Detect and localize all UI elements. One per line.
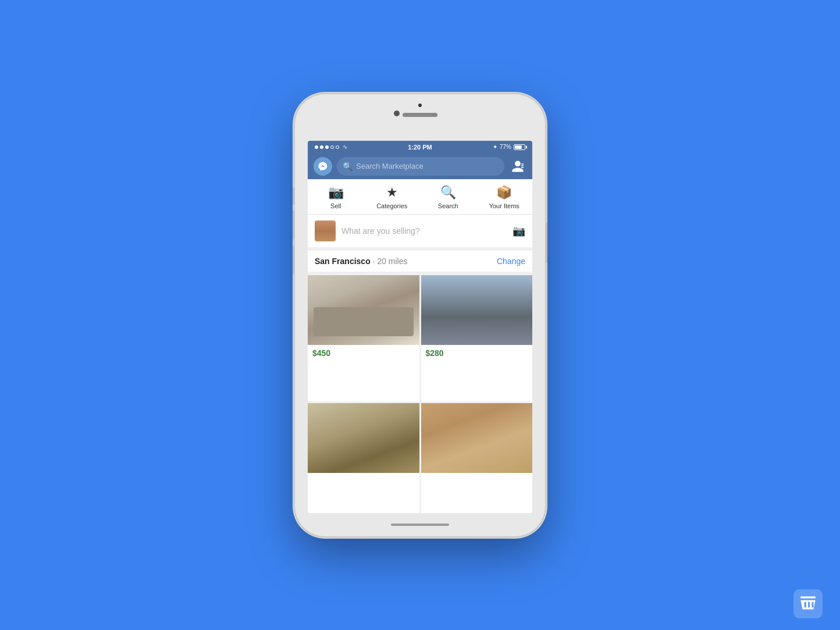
status-bar: ∿ 1:20 PM ✦ 77% [308, 141, 532, 154]
tab-navigation: 📷 Sell ★ Categories 🔍 Search 📦 Your Item… [308, 179, 532, 215]
mute-button [293, 187, 295, 205]
volume-up-button [293, 211, 295, 240]
bike-image [421, 275, 533, 345]
listings-grid: $450 $280 [308, 275, 532, 513]
sofa-photo [308, 275, 419, 345]
listing-sofa[interactable]: $450 [308, 275, 419, 401]
search-bar-icon: 🔍 [343, 162, 353, 171]
search-bar[interactable]: 🔍 Search Marketplace [337, 157, 504, 176]
camera-attach-icon: 📷 [512, 225, 525, 237]
sell-bar[interactable]: What are you selling? 📷 [308, 215, 532, 251]
tab-your-items-label: Your Items [489, 202, 519, 209]
tab-categories[interactable]: ★ Categories [364, 179, 421, 214]
categories-icon: ★ [386, 185, 398, 200]
sell-icon: 📷 [328, 185, 344, 200]
front-dot [418, 104, 422, 107]
profile-menu-button[interactable] [509, 158, 526, 175]
signal-dot-1 [315, 145, 318, 149]
bluetooth-icon: ✦ [493, 144, 497, 150]
avatar-image [315, 220, 336, 241]
signal-dot-5 [336, 145, 339, 149]
bike-price: $280 [421, 345, 533, 361]
user-avatar [315, 220, 336, 241]
distance-text: 20 miles [377, 257, 407, 266]
signal-dot-3 [325, 145, 329, 149]
listing-bear[interactable] [421, 403, 533, 513]
status-right: ✦ 77% [493, 144, 525, 150]
listing-bike[interactable]: $280 [421, 275, 533, 401]
tab-search-label: Search [438, 202, 458, 209]
location-bar: San Francisco · 20 miles Change [308, 251, 532, 275]
your-items-icon: 📦 [496, 185, 512, 200]
battery-icon [514, 144, 525, 150]
change-location-button[interactable]: Change [497, 257, 525, 266]
phone-bottom [391, 513, 449, 536]
status-time: 1:20 PM [408, 144, 432, 151]
phone-mockup: ∿ 1:20 PM ✦ 77% 🔍 Search Marketplace [295, 94, 545, 536]
tab-your-items[interactable]: 📦 Your Items [476, 179, 533, 214]
phone-top-hardware [295, 94, 545, 141]
sell-placeholder: What are you selling? [341, 226, 420, 236]
signal-dot-4 [330, 145, 334, 149]
marketplace-nav-bar: 🔍 Search Marketplace [308, 154, 532, 179]
profile-icon [511, 159, 525, 173]
marketplace-watermark [793, 589, 823, 618]
home-indicator [391, 524, 449, 526]
signal-indicators: ∿ [315, 144, 347, 150]
bear-image [421, 403, 533, 473]
main-content: What are you selling? 📷 San Francisco · … [308, 215, 532, 513]
tab-sell-label: Sell [330, 202, 341, 209]
sell-input-area[interactable]: What are you selling? 📷 [341, 225, 525, 237]
bike-photo [421, 275, 533, 345]
marketplace-icon-large [793, 589, 823, 618]
marketplace-store-icon [797, 593, 819, 615]
tab-sell[interactable]: 📷 Sell [308, 179, 364, 214]
wifi-icon: ∿ [343, 144, 347, 150]
location-text: San Francisco · 20 miles [315, 257, 408, 266]
front-camera [394, 111, 400, 116]
search-icon: 🔍 [440, 185, 456, 200]
messenger-icon [318, 161, 328, 172]
sofa-price: $450 [308, 345, 419, 361]
tab-categories-label: Categories [376, 202, 407, 209]
phone-screen: ∿ 1:20 PM ✦ 77% 🔍 Search Marketplace [308, 141, 532, 513]
city-name: San Francisco [315, 257, 371, 266]
search-placeholder: Search Marketplace [356, 162, 423, 170]
battery-percent: 77% [500, 144, 511, 150]
sofa-image [308, 275, 419, 345]
volume-down-button [293, 245, 295, 275]
tab-search[interactable]: 🔍 Search [420, 179, 476, 214]
signal-dot-2 [320, 145, 323, 149]
earpiece [403, 113, 437, 117]
listing-lamp[interactable] [308, 403, 419, 513]
power-button [545, 222, 547, 263]
lamp-image [308, 403, 419, 473]
messenger-button[interactable] [314, 157, 332, 176]
battery-fill [515, 145, 522, 149]
